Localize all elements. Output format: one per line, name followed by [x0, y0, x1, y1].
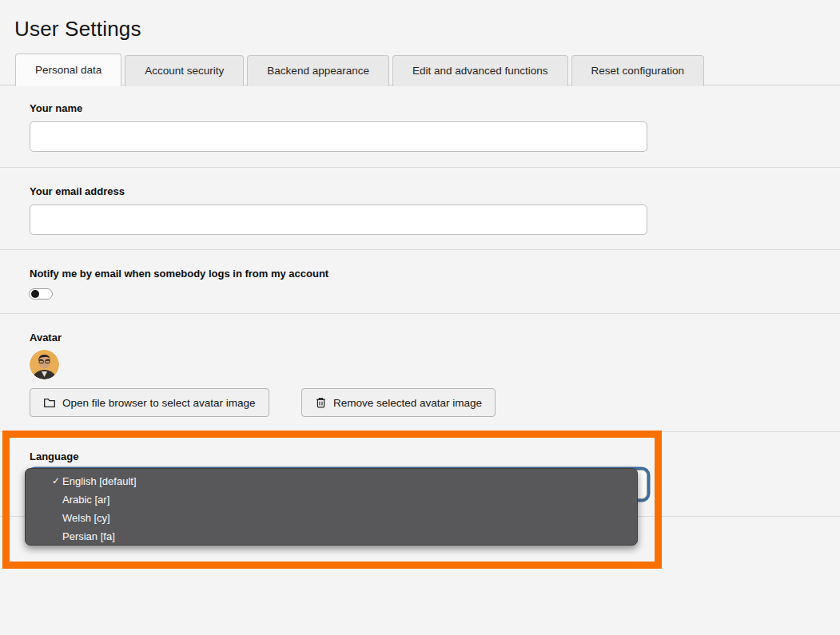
notify-toggle[interactable] [29, 288, 53, 300]
tab-reset-configuration[interactable]: Reset configuration [571, 55, 704, 86]
checkmark-icon: ✓ [52, 472, 60, 490]
language-option-label: Persian [fa] [62, 530, 115, 542]
tab-personal-data[interactable]: Personal data [15, 54, 121, 86]
language-option-persian[interactable]: Persian [fa] [26, 527, 637, 546]
language-option-label: Welsh [cy] [62, 512, 110, 524]
toggle-knob-icon [31, 290, 39, 298]
language-label: Language [30, 450, 78, 462]
tab-bar: Personal data Account security Backend a… [15, 54, 707, 86]
language-option-label: Arabic [ar] [62, 494, 109, 506]
page-title: User Settings [14, 17, 141, 42]
avatar-label: Avatar [30, 331, 62, 343]
language-option-label: English [default] [62, 475, 137, 487]
trash-icon [315, 396, 327, 409]
tab-backend-appearance[interactable]: Backend appearance [247, 55, 389, 86]
remove-avatar-label: Remove selected avatar image [333, 397, 482, 409]
name-label: Your name [30, 102, 82, 114]
folder-icon [43, 396, 56, 409]
divider [0, 431, 840, 432]
language-option-english[interactable]: ✓ English [default] [26, 472, 637, 490]
open-file-browser-label: Open file browser to select avatar image [62, 397, 256, 409]
notify-label: Notify me by email when somebody logs in… [30, 268, 328, 280]
name-input[interactable] [30, 121, 647, 152]
avatar [30, 350, 59, 379]
remove-avatar-button[interactable]: Remove selected avatar image [301, 388, 496, 417]
divider [0, 167, 840, 168]
divider [0, 249, 840, 250]
avatar-image-icon [30, 350, 59, 379]
email-field[interactable] [30, 204, 647, 235]
divider [0, 313, 840, 314]
language-dropdown-menu: ✓ English [default] Arabic [ar] Welsh [c… [25, 468, 638, 546]
language-option-arabic[interactable]: Arabic [ar] [26, 490, 637, 509]
language-option-welsh[interactable]: Welsh [cy] [26, 509, 637, 527]
tab-account-security[interactable]: Account security [125, 55, 244, 86]
email-label: Your email address [30, 185, 125, 197]
tab-edit-advanced-functions[interactable]: Edit and advanced functions [392, 55, 568, 86]
open-file-browser-button[interactable]: Open file browser to select avatar image [30, 388, 269, 417]
